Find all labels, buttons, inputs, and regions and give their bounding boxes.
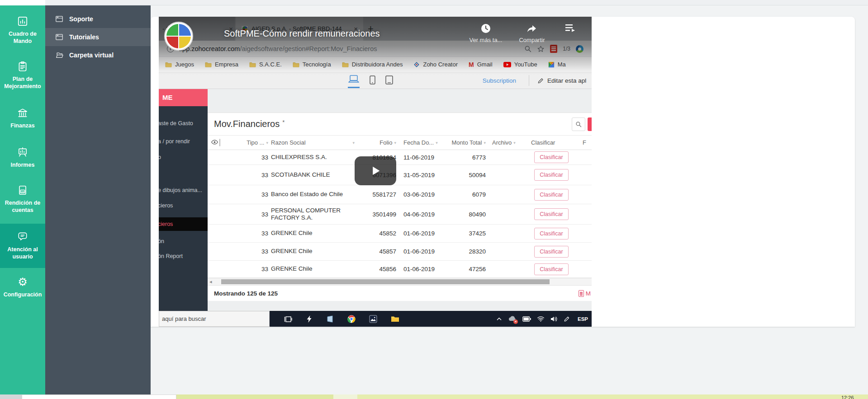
edit-app-button[interactable]: Editar esta apl bbox=[537, 77, 592, 84]
tray-chevron-up-icon[interactable] bbox=[496, 317, 502, 321]
bookmark-star-icon[interactable] bbox=[537, 45, 545, 53]
app-menu-item[interactable]: a / por rendir bbox=[159, 136, 206, 147]
speaker-icon[interactable] bbox=[550, 316, 558, 322]
bookmark-maps[interactable]: Ma bbox=[548, 61, 566, 68]
browser-tab-2[interactable]: AIGED S.p.A. - SoftPME RBD-144 × bbox=[236, 17, 363, 41]
sidebar-item-plan-de-mejoramiento[interactable]: Plan de Mejoramiento bbox=[0, 56, 45, 95]
desktop-view-toggle[interactable] bbox=[348, 75, 360, 88]
docs-extension-icon[interactable] bbox=[550, 45, 557, 53]
column-header-folio[interactable]: Folio▾ bbox=[359, 139, 399, 146]
sidebar-item-finanzas[interactable]: Finanzas bbox=[0, 103, 45, 134]
wifi-icon[interactable] bbox=[537, 316, 545, 322]
report-search-button[interactable] bbox=[572, 117, 585, 131]
app-menu-item-active[interactable]: cieros bbox=[159, 217, 208, 231]
column-header-clasificar[interactable]: Clasificar bbox=[525, 139, 578, 146]
app-menu-item[interactable]: cieros bbox=[159, 200, 206, 211]
clasificar-button[interactable]: Clasificar bbox=[534, 228, 569, 239]
export-link-clipped[interactable]: M bbox=[579, 290, 591, 297]
clasificar-button[interactable]: Clasificar bbox=[534, 189, 569, 201]
play-button[interactable] bbox=[355, 156, 396, 185]
column-header-monto-total[interactable]: Monto Total▾ bbox=[445, 139, 489, 146]
extension-pinwheel-icon[interactable] bbox=[576, 45, 583, 53]
app-menu-item[interactable]: ón Report bbox=[159, 251, 206, 262]
table-row[interactable]: 33 Banco del Estado de Chile 5581727 03-… bbox=[208, 185, 592, 204]
bookmark-folder-empresa[interactable]: Empresa bbox=[205, 61, 238, 68]
close-icon[interactable]: × bbox=[352, 25, 360, 33]
table-row[interactable]: 33 SCOTIABANK CHILE 6071396 31-05-2019 5… bbox=[208, 165, 592, 185]
bookmark-zoho-creator[interactable]: Zoho Creator bbox=[413, 61, 458, 68]
horizontal-scrollbar[interactable]: ◂ bbox=[208, 278, 592, 285]
bookmark-folder-juegos[interactable]: Juegos bbox=[165, 61, 194, 68]
submenu-item-soporte[interactable]: Soporte bbox=[45, 10, 151, 28]
chrome-icon[interactable] bbox=[347, 315, 356, 323]
table-row[interactable]: 33 CHILEXPRESS S.A. 8101634 11-06-2019 6… bbox=[208, 150, 592, 165]
sidebar-item-atencion-al-usuario[interactable]: Atención al usuario bbox=[0, 224, 45, 268]
column-header-razon-social[interactable]: Razon Social▾ bbox=[271, 139, 359, 146]
task-view-icon[interactable] bbox=[284, 315, 292, 323]
app-menu-item[interactable]: e dibujos anima... bbox=[159, 185, 206, 196]
table-row[interactable]: 33 PERSONAL COMPUTER FACTORY S.A. 350149… bbox=[208, 204, 592, 225]
sidebar-item-label: Plan de Mejoramiento bbox=[2, 75, 43, 90]
bookmark-folder-distribuidora-andes[interactable]: Distribuidora Andes bbox=[342, 61, 403, 68]
sidebar-item-cuadro-de-mando[interactable]: Cuadro de Mando bbox=[0, 11, 45, 50]
column-header-extra-clipped[interactable]: F bbox=[578, 139, 592, 146]
clasificar-button[interactable]: Clasificar bbox=[534, 169, 569, 181]
new-tab-button[interactable]: + bbox=[368, 23, 374, 35]
column-header-archivo[interactable]: Archivo▾ bbox=[489, 139, 525, 146]
clasificar-button[interactable]: Clasificar bbox=[534, 263, 569, 275]
clasificar-button[interactable]: Clasificar bbox=[534, 151, 569, 163]
app-menu-item[interactable]: o bbox=[159, 152, 206, 163]
video-player[interactable]: - SoftPME × AIGED S.p.A. - SoftPME RBD-1… bbox=[159, 17, 592, 327]
app-menu-item[interactable]: aste de Gasto bbox=[159, 118, 206, 129]
submenu-item-carpeta-virtual[interactable]: Carpeta virtual bbox=[45, 46, 151, 64]
submenu-item-tutoriales[interactable]: Tutoriales bbox=[45, 28, 151, 46]
table-row[interactable]: 33 GRENKE Chile 45852 01-06-2019 37425 C… bbox=[208, 225, 592, 243]
column-header-fecha[interactable]: Fecha Do...▾ bbox=[399, 139, 445, 146]
sidebar-item-informes[interactable]: Informes bbox=[0, 142, 45, 173]
table-row[interactable]: 33 GRENKE Chile 45856 01-06-2019 47256 C… bbox=[208, 261, 592, 278]
bookmark-folder-tecnologia[interactable]: Tecnología bbox=[293, 61, 331, 68]
gear-icon: ⚙ bbox=[2, 276, 43, 288]
sidebar-item-configuracion[interactable]: ⚙ Configuración bbox=[0, 272, 45, 303]
column-header-tipo[interactable]: Tipo ...▾ bbox=[235, 139, 271, 146]
app-menu-item[interactable]: ón bbox=[159, 236, 206, 247]
share-button[interactable]: Compartir bbox=[512, 23, 552, 43]
subscription-link[interactable]: Subscription bbox=[483, 77, 516, 84]
clasificar-button[interactable]: Clasificar bbox=[534, 246, 569, 258]
taskbar-search-input[interactable]: aquí para buscar bbox=[159, 311, 270, 327]
photos-app-icon[interactable] bbox=[369, 315, 377, 323]
close-icon[interactable]: × bbox=[227, 25, 235, 33]
record-count-status: Mostrando 125 de 125 bbox=[214, 290, 278, 297]
sort-caret-icon: ▾ bbox=[266, 141, 268, 145]
lightning-app-icon[interactable] bbox=[306, 315, 313, 323]
phone-view-toggle[interactable] bbox=[370, 75, 375, 88]
clasificar-button[interactable]: Clasificar bbox=[534, 208, 569, 220]
bookmark-youtube[interactable]: YouTube bbox=[503, 61, 537, 68]
language-indicator[interactable]: ESP bbox=[576, 316, 590, 322]
find-icon[interactable] bbox=[524, 45, 531, 52]
select-all-checkbox[interactable] bbox=[219, 139, 220, 146]
sort-caret-icon: ▾ bbox=[513, 141, 516, 145]
file-explorer-icon[interactable] bbox=[391, 315, 399, 323]
playlist-menu-button[interactable] bbox=[560, 23, 580, 36]
tablet-view-toggle[interactable] bbox=[385, 75, 393, 88]
report-content: Mov.Financieros * Tipo ...▾ Razon Social… bbox=[208, 89, 592, 311]
bookmark-gmail[interactable]: M Gmail bbox=[469, 61, 493, 68]
scroll-left-arrow-icon[interactable]: ◂ bbox=[209, 278, 212, 285]
bookmark-label: S.A.C.E. bbox=[259, 61, 282, 68]
onedrive-error-icon[interactable]: × bbox=[508, 315, 517, 323]
blue-app-icon[interactable] bbox=[326, 315, 334, 323]
bookmark-folder-sace[interactable]: S.A.C.E. bbox=[249, 61, 282, 68]
table-row[interactable]: 33 GRENKE Chile 45857 01-06-2019 28320 C… bbox=[208, 243, 592, 261]
watch-later-button[interactable]: Ver más ta... bbox=[461, 23, 511, 43]
show-hide-eye-icon[interactable] bbox=[208, 139, 219, 146]
add-record-button-clipped[interactable] bbox=[588, 117, 592, 131]
battery-icon[interactable] bbox=[522, 316, 531, 322]
document-icon bbox=[579, 290, 584, 297]
pen-icon[interactable] bbox=[564, 316, 570, 322]
edit-app-label: Editar esta apl bbox=[547, 77, 586, 84]
zoho-device-toolbar: Subscription Editar esta apl bbox=[159, 72, 592, 89]
sidebar-item-rendicion-de-cuentas[interactable]: csv Rendición de cuentas bbox=[0, 180, 45, 219]
scrollbar-thumb[interactable] bbox=[221, 279, 550, 284]
main-sidebar: Cuadro de Mando Plan de Mejoramiento Fin… bbox=[0, 5, 45, 394]
